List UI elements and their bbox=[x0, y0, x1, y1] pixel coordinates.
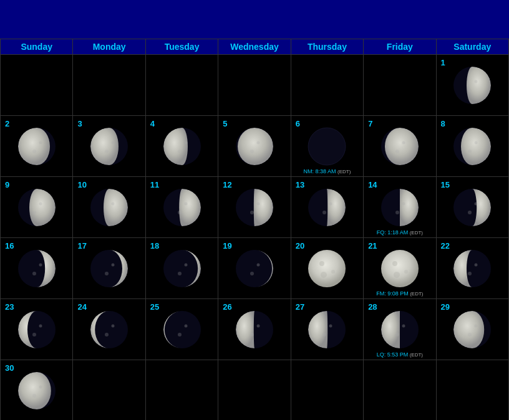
day-cell-5-3 bbox=[218, 360, 291, 421]
day-number: 24 bbox=[74, 300, 89, 313]
svg-point-47 bbox=[329, 202, 332, 205]
svg-point-40 bbox=[178, 211, 182, 214]
svg-point-92 bbox=[105, 333, 109, 336]
day-cell-4-4: 27 bbox=[291, 299, 363, 360]
day-number: 30 bbox=[2, 361, 17, 375]
svg-point-83 bbox=[475, 263, 478, 266]
svg-point-95 bbox=[184, 324, 187, 327]
day-number: 16 bbox=[2, 239, 17, 252]
day-number: 21 bbox=[365, 239, 380, 252]
svg-point-2 bbox=[475, 80, 478, 83]
col-friday: Friday bbox=[364, 39, 436, 55]
day-number: 5 bbox=[220, 117, 230, 130]
svg-point-24 bbox=[395, 150, 399, 153]
day-number: 19 bbox=[220, 239, 235, 252]
day-cell-0-1 bbox=[73, 55, 145, 116]
svg-point-18 bbox=[256, 141, 259, 144]
day-number: 18 bbox=[147, 239, 162, 252]
day-cell-5-4 bbox=[291, 360, 363, 421]
day-cell-3-0: 16 bbox=[1, 238, 73, 299]
svg-point-14 bbox=[184, 141, 187, 144]
svg-point-3 bbox=[468, 88, 472, 92]
day-number: 3 bbox=[74, 117, 85, 130]
day-number: 9 bbox=[2, 178, 12, 191]
svg-point-96 bbox=[178, 333, 182, 336]
day-cell-2-0: 9 bbox=[1, 177, 73, 238]
day-cell-0-6: 1 bbox=[436, 55, 508, 116]
day-number: 15 bbox=[438, 178, 453, 191]
week-row-3: 16 17 bbox=[1, 238, 509, 299]
day-cell-2-2: 11 bbox=[145, 177, 218, 238]
svg-point-77 bbox=[381, 250, 419, 287]
svg-point-78 bbox=[392, 261, 397, 266]
day-cell-5-2 bbox=[145, 360, 218, 421]
svg-point-28 bbox=[468, 150, 472, 153]
svg-point-91 bbox=[112, 324, 115, 327]
week-row-5: 30 bbox=[1, 360, 509, 421]
day-cell-0-0 bbox=[1, 55, 73, 116]
svg-point-80 bbox=[394, 272, 400, 278]
day-cell-4-2: 25 bbox=[145, 299, 218, 360]
day-number: 23 bbox=[2, 300, 17, 313]
svg-point-75 bbox=[331, 270, 335, 274]
day-cell-1-2: 4 bbox=[145, 116, 218, 177]
svg-point-11 bbox=[105, 150, 109, 153]
svg-point-19 bbox=[250, 150, 254, 153]
day-cell-2-1: 10 bbox=[73, 177, 145, 238]
svg-point-100 bbox=[250, 333, 254, 336]
svg-point-72 bbox=[250, 272, 254, 275]
day-cell-3-1: 17 bbox=[73, 238, 145, 299]
svg-point-111 bbox=[475, 324, 478, 327]
col-saturday: Saturday bbox=[436, 39, 508, 55]
svg-point-112 bbox=[468, 333, 472, 336]
svg-point-71 bbox=[256, 263, 259, 266]
svg-point-63 bbox=[112, 263, 115, 266]
svg-point-51 bbox=[402, 202, 405, 205]
day-cell-1-0: 2 bbox=[1, 116, 73, 177]
week-row-1: 2 3 bbox=[1, 116, 509, 177]
day-cell-4-6: 29 bbox=[436, 299, 508, 360]
day-cell-0-5 bbox=[364, 55, 436, 116]
svg-point-48 bbox=[322, 211, 326, 214]
svg-point-84 bbox=[468, 272, 472, 275]
svg-point-99 bbox=[256, 324, 259, 327]
phase-event-label: FQ: 1:18 AM (EDT) bbox=[364, 229, 435, 236]
svg-point-56 bbox=[468, 211, 472, 214]
day-number: 8 bbox=[438, 117, 448, 130]
col-tuesday: Tuesday bbox=[145, 39, 218, 55]
col-monday: Monday bbox=[73, 39, 145, 55]
day-cell-2-3: 12 bbox=[218, 177, 291, 238]
day-number: 25 bbox=[147, 300, 162, 313]
svg-point-39 bbox=[184, 202, 187, 205]
svg-point-15 bbox=[178, 150, 182, 153]
svg-point-68 bbox=[178, 272, 182, 275]
svg-point-67 bbox=[184, 263, 187, 266]
day-number: 29 bbox=[438, 300, 453, 313]
day-number: 11 bbox=[147, 178, 162, 191]
day-number: 26 bbox=[220, 300, 235, 313]
svg-point-59 bbox=[39, 263, 42, 266]
col-sunday: Sunday bbox=[1, 39, 73, 55]
day-cell-5-6 bbox=[436, 360, 508, 421]
day-number: 1 bbox=[438, 56, 448, 69]
col-thursday: Thursday bbox=[291, 39, 363, 55]
days-of-week-row: Sunday Monday Tuesday Wednesday Thursday… bbox=[1, 39, 509, 55]
svg-point-107 bbox=[402, 324, 405, 327]
day-cell-2-6: 15 bbox=[436, 177, 508, 238]
svg-point-36 bbox=[105, 211, 109, 214]
svg-point-87 bbox=[39, 324, 42, 327]
svg-point-52 bbox=[395, 211, 399, 214]
day-cell-3-3: 19 bbox=[218, 238, 291, 299]
week-row-2: 9 10 bbox=[1, 177, 509, 238]
day-cell-0-2 bbox=[145, 55, 218, 116]
day-number: 6 bbox=[293, 117, 303, 130]
svg-point-32 bbox=[32, 211, 36, 214]
svg-point-79 bbox=[404, 270, 408, 274]
day-number: 17 bbox=[74, 239, 89, 252]
day-cell-1-1: 3 bbox=[73, 116, 145, 177]
svg-point-6 bbox=[39, 141, 42, 144]
day-cell-1-3: 5 bbox=[218, 116, 291, 177]
day-cell-0-3 bbox=[218, 55, 291, 116]
day-cell-5-5 bbox=[364, 360, 436, 421]
col-wednesday: Wednesday bbox=[218, 39, 291, 55]
